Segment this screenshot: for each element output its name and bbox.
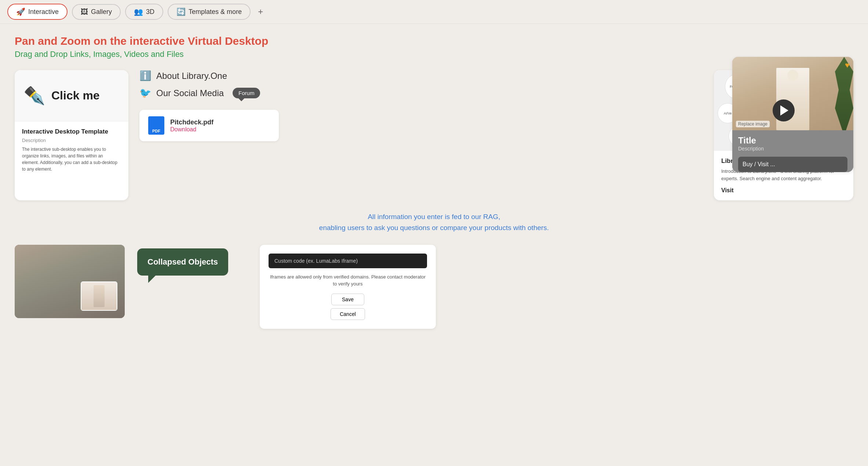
tab-interactive-label: Interactive xyxy=(28,8,59,16)
collapsed-objects-bubble[interactable]: Collapsed Objects xyxy=(137,248,228,276)
rocket-icon: 🚀 xyxy=(16,7,25,16)
card-description: The interactive sub-desktop enables you … xyxy=(22,146,121,172)
tab-3d[interactable]: 👥 3D xyxy=(125,4,163,20)
product-title: Title xyxy=(738,135,847,146)
pdf-download-link[interactable]: Download xyxy=(170,126,214,133)
social-media-link[interactable]: 🐦 Our Social Media Forum xyxy=(139,87,703,99)
visit-button[interactable]: Visit xyxy=(721,187,734,194)
tab-gallery-label: Gallery xyxy=(91,8,112,16)
code-buttons: Save Cancel xyxy=(269,294,427,320)
heart-icon[interactable]: ♥ xyxy=(845,61,850,70)
code-save-button[interactable]: Save xyxy=(331,294,364,305)
tab-3d-label: 3D xyxy=(146,8,154,16)
play-triangle-icon xyxy=(780,105,788,116)
rag-line1: All information you enter is fed to our … xyxy=(15,211,853,222)
product-image: ♥ Replace image xyxy=(732,57,853,130)
video-collage xyxy=(15,245,125,318)
rag-line2: enabling users to ask you questions or c… xyxy=(15,222,853,233)
bottom-row: Collapsed Objects Custom code (ex. LumaL… xyxy=(15,245,853,329)
play-button[interactable] xyxy=(773,99,795,121)
interactive-desktop-card: ✒️ Click me Interactive Desktop Template… xyxy=(15,70,128,200)
card-header: ✒️ Click me xyxy=(15,70,128,121)
forum-badge[interactable]: Forum xyxy=(233,88,260,98)
product-card-body: Title Description Buy / Visit ... xyxy=(732,130,853,172)
code-warning-text: Iframes are allowed only from verified d… xyxy=(269,273,427,288)
image-placeholder xyxy=(732,57,853,130)
sub-headline: Drag and Drop Links, Images, Videos and … xyxy=(15,50,853,59)
collapsed-objects-section: Collapsed Objects xyxy=(137,245,251,276)
info-icon: ℹ️ xyxy=(139,70,151,81)
product-description: Description xyxy=(738,146,847,152)
tab-templates[interactable]: 🔄 Templates & more xyxy=(168,4,251,20)
code-placeholder: Custom code (ex. LumaLabs Iframe) xyxy=(274,258,358,264)
tab-gallery[interactable]: 🖼 Gallery xyxy=(72,4,121,20)
main-content: Pan and Zoom on the interactive Virtual … xyxy=(0,24,868,340)
top-content-grid: ✒️ Click me Interactive Desktop Template… xyxy=(15,70,853,200)
about-links: ℹ️ About Library.One 🐦 Our Social Media … xyxy=(139,70,703,99)
twitter-icon: 🐦 xyxy=(139,87,151,99)
about-label: About Library.One xyxy=(156,71,227,81)
rag-text-block: All information you enter is fed to our … xyxy=(15,211,853,234)
main-headline: Pan and Zoom on the interactive Virtual … xyxy=(15,35,853,47)
pdf-filename: Pitchdeck.pdf xyxy=(170,119,214,126)
3d-icon: 👥 xyxy=(134,7,143,16)
pdf-icon-wrapper xyxy=(148,116,164,135)
collage-outer xyxy=(15,245,125,318)
navbar: 🚀 Interactive 🖼 Gallery 👥 3D 🔄 Templates… xyxy=(0,0,868,24)
code-input-dark: Custom code (ex. LumaLabs Iframe) xyxy=(269,254,427,268)
code-cancel-button[interactable]: Cancel xyxy=(331,308,365,320)
pdf-doc-icon xyxy=(148,116,164,135)
card-body: Interactive Desktop Template Description… xyxy=(15,121,128,179)
about-library-link[interactable]: ℹ️ About Library.One xyxy=(139,70,703,81)
add-tab-button[interactable]: + xyxy=(255,5,266,18)
collapsed-objects-label: Collapsed Objects xyxy=(147,257,218,266)
card-subtitle: Description xyxy=(22,138,121,143)
center-section: ℹ️ About Library.One 🐦 Our Social Media … xyxy=(139,70,703,200)
gallery-icon: 🖼 xyxy=(81,8,88,16)
buy-visit-button[interactable]: Buy / Visit ... xyxy=(738,157,847,172)
tab-interactive[interactable]: 🚀 Interactive xyxy=(7,4,68,20)
templates-icon: 🔄 xyxy=(176,7,186,16)
feather-icon: ✒️ xyxy=(23,85,45,106)
custom-code-card: Custom code (ex. LumaLabs Iframe) Iframe… xyxy=(260,245,436,329)
card-title: Interactive Desktop Template xyxy=(22,128,121,135)
tab-templates-label: Templates & more xyxy=(189,8,242,16)
pdf-info: Pitchdeck.pdf Download xyxy=(170,119,214,133)
click-me-label[interactable]: Click me xyxy=(51,89,100,102)
replace-image-label[interactable]: Replace image xyxy=(736,121,770,127)
social-label: Our Social Media xyxy=(156,88,224,98)
pdf-card: Pitchdeck.pdf Download xyxy=(139,110,279,141)
collage-inner xyxy=(81,281,117,311)
